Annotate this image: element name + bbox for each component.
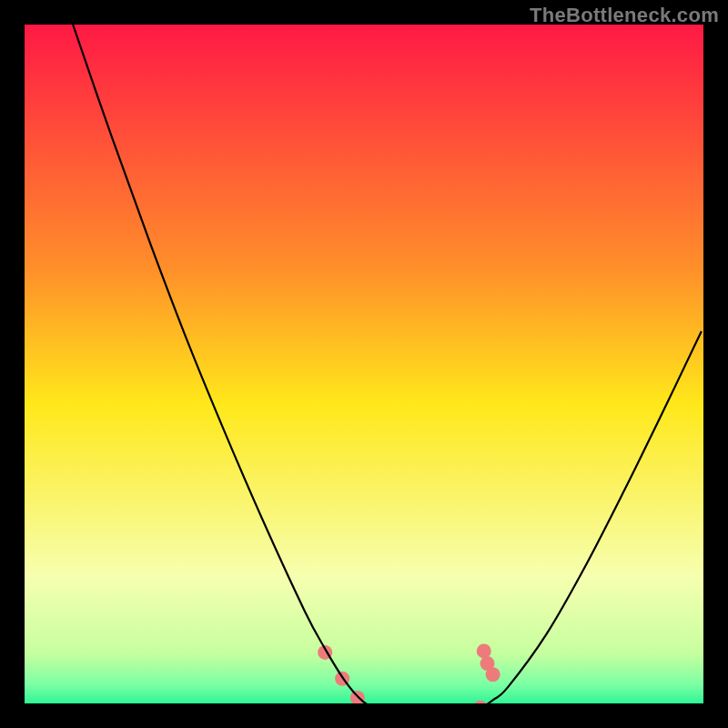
marker-dot bbox=[477, 643, 491, 658]
marker-dot bbox=[350, 691, 365, 705]
marker-dot bbox=[486, 667, 500, 682]
watermark-text: TheBottleneck.com bbox=[530, 4, 719, 27]
gradient-background bbox=[25, 25, 715, 715]
chart-container: TheBottleneck.com bbox=[0, 0, 728, 728]
chart-svg bbox=[0, 0, 728, 728]
